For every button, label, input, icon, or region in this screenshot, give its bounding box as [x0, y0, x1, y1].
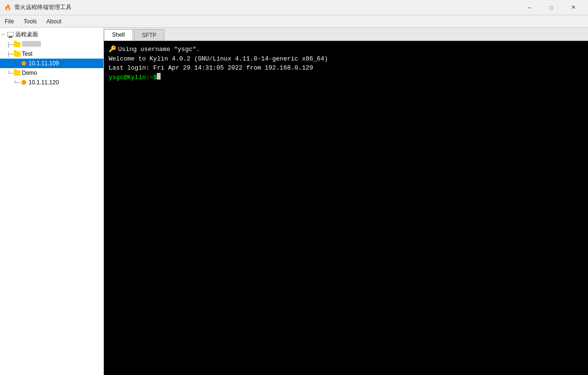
terminal-text-3: Last login: Fri Apr 29 14:31:05 2022 fro…: [109, 63, 313, 73]
main-layout: ─ 远程桌面 ├─ ├─ Test: [0, 28, 588, 375]
title-bar-left: 🔥 萤火远程终端管理工具: [4, 3, 71, 11]
terminal-text-2: Welcome to Kylin 4.0.2 (GNU/Linux 4.11.0…: [109, 54, 328, 64]
terminal-cursor: [157, 73, 161, 80]
title-bar: 🔥 萤火远程终端管理工具 ─ □ ✕: [0, 0, 588, 15]
node-120-status-icon: [20, 79, 28, 86]
test-expand-icon: ├─: [7, 51, 13, 57]
terminal-line-3: Last login: Fri Apr 29 14:31:05 2022 fro…: [109, 63, 583, 73]
demo-folder-icon: [13, 69, 21, 77]
menu-tools[interactable]: Tools: [19, 15, 41, 27]
terminal-text-1: Using username "ysgc".: [118, 45, 200, 54]
unnamed-folder-icon: [13, 41, 21, 48]
svg-rect-0: [7, 32, 14, 36]
tab-shell[interactable]: Shell: [104, 29, 133, 41]
menu-bar: File Tools About: [0, 15, 588, 28]
tree-node-109[interactable]: └─ 10.1.11.109: [0, 59, 103, 68]
node-120-expand: └─: [13, 80, 20, 85]
terminal-line-2: Welcome to Kylin 4.0.2 (GNU/Linux 4.11.0…: [109, 54, 583, 64]
maximize-button[interactable]: □: [540, 0, 562, 15]
unnamed-group-label: [22, 41, 41, 48]
tree-demo-group[interactable]: └─ Demo: [0, 68, 103, 78]
root-expand-icon: ─: [0, 32, 7, 37]
test-group-label: Test: [22, 51, 32, 57]
app-icon: 🔥: [4, 4, 11, 11]
root-label: 远程桌面: [15, 30, 38, 39]
tree-node-120[interactable]: └─ 10.1.11.120: [0, 78, 103, 87]
node-109-label: 10.1.11.109: [29, 60, 59, 67]
tab-bar: Shell SFTP: [104, 28, 588, 41]
unnamed-expand-icon: ├─: [7, 42, 13, 47]
right-panel: Shell SFTP 🔑 Using username "ysgc". Welc…: [104, 28, 588, 375]
tree-test-group[interactable]: ├─ Test: [0, 49, 103, 59]
demo-expand-icon: └─: [7, 71, 13, 76]
close-button[interactable]: ✕: [562, 0, 584, 15]
menu-file[interactable]: File: [0, 15, 19, 27]
minimize-button[interactable]: ─: [518, 0, 540, 15]
window-controls: ─ □ ✕: [518, 0, 584, 15]
tree-unnamed-group[interactable]: ├─: [0, 40, 103, 49]
node-120-label: 10.1.11.120: [29, 79, 59, 86]
node-109-status-icon: [20, 60, 28, 67]
menu-about[interactable]: About: [41, 15, 66, 27]
terminal-line-1: 🔑 Using username "ysgc".: [109, 45, 583, 54]
demo-group-label: Demo: [22, 70, 37, 76]
terminal-prompt: ysgc@Kylin:~$: [109, 73, 157, 82]
terminal-prompt-line: ysgc@Kylin:~$: [109, 73, 583, 82]
root-monitor-icon: [7, 31, 14, 39]
svg-rect-1: [9, 36, 12, 37]
tree-root[interactable]: ─ 远程桌面: [0, 30, 103, 40]
node-109-expand: └─: [13, 61, 20, 66]
terminal[interactable]: 🔑 Using username "ysgc". Welcome to Kyli…: [104, 41, 588, 375]
svg-rect-2: [8, 37, 13, 38]
sidebar: ─ 远程桌面 ├─ ├─ Test: [0, 28, 104, 375]
app-title: 萤火远程终端管理工具: [14, 3, 71, 11]
test-folder-icon: [13, 50, 21, 58]
tab-sftp[interactable]: SFTP: [134, 29, 165, 41]
ssh-key-icon: 🔑: [109, 45, 116, 54]
